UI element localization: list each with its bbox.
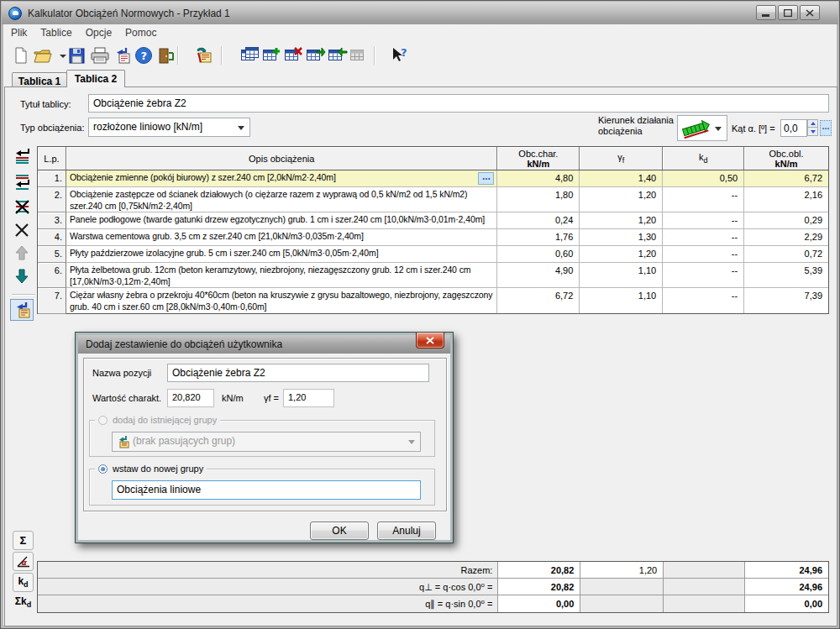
angle-spinner[interactable] (807, 119, 818, 137)
cancel-button[interactable]: Anuluj (377, 522, 436, 540)
row-char-value: 0,24 (497, 212, 580, 228)
row-editor-button[interactable]: ... (478, 172, 494, 185)
table-row[interactable]: 4.Warstwa cementowa grub. 3,5 cm z szer.… (38, 229, 828, 246)
delete-row-icon[interactable] (12, 220, 32, 240)
ok-button[interactable]: OK (310, 522, 369, 540)
exit-icon[interactable] (155, 45, 176, 66)
direction-combo[interactable] (677, 115, 727, 141)
row-description: Ciężar własny żebra o przekroju 40*60cm … (66, 288, 497, 313)
menu-item-pomoc[interactable]: Pomoc (118, 24, 163, 41)
group-combo[interactable]: (brak pasujących grup) (112, 432, 421, 452)
row-kd-value: -- (663, 246, 744, 262)
angle-label: Kąt α. [º] = (732, 123, 775, 134)
sum-button[interactable]: Σ (13, 531, 34, 550)
app-window: Kalkulator Obciążeń Normowych - Przykład… (0, 0, 840, 629)
tab-tablica-2[interactable]: Tablica 2 (66, 70, 125, 87)
table-row[interactable]: 3.Panele podłogowe (twarde gatunki drzew… (38, 212, 828, 229)
header-char: Obc.char.kN/m (497, 147, 580, 170)
chevron-down-icon (408, 440, 415, 444)
load-type-combo[interactable]: rozłożone liniowo [kN/m] (88, 118, 250, 137)
row-description: Płyta żelbetowa grub. 12cm (beton keramz… (66, 263, 497, 287)
table-title-label: Tytuł tablicy: (20, 99, 71, 109)
toolbar-separator (221, 46, 222, 65)
kd-button[interactable]: kd (13, 573, 34, 592)
toolbar: ?? (4, 41, 836, 69)
new-group-box: wstaw do nowej grupy Obciążenia liniowe (89, 469, 435, 506)
menu-bar: PlikTabliceOpcjePomoc (4, 24, 836, 41)
summary-label: q∥ = q·sin 0,0⁰ = (38, 595, 497, 612)
minimize-button[interactable] (756, 5, 776, 20)
row-description: Obciążenie zmienne (pokój biurowy) z sze… (66, 170, 497, 186)
title-bar[interactable]: Kalkulator Obciążeń Normowych - Przykład… (2, 2, 838, 24)
table-row[interactable]: 5.Płyty paździerzowe izolacyjne grub. 5 … (38, 246, 828, 263)
row-gamma-value: 1,20 (580, 246, 663, 262)
add-to-user-loads-button[interactable] (10, 299, 34, 321)
print-icon[interactable] (90, 45, 110, 66)
insert-row-below-icon[interactable] (12, 171, 32, 191)
close-button[interactable] (800, 5, 820, 20)
radio-new-group[interactable] (98, 464, 108, 474)
menu-item-plik[interactable]: Plik (4, 24, 34, 41)
table-row[interactable]: 2.Obciążenie zastępcze od ścianek działo… (38, 187, 828, 212)
toolbar-separator (374, 46, 375, 65)
help-icon[interactable]: ? (134, 45, 154, 66)
maximize-button[interactable] (778, 5, 798, 20)
sum-kd-button[interactable]: Σkd (13, 593, 34, 612)
angle-alpha-button[interactable]: α (13, 552, 34, 571)
next-table-icon[interactable] (306, 45, 326, 66)
menu-item-tablice[interactable]: Tablice (34, 24, 78, 41)
row-kd-value: 0,50 (663, 170, 744, 186)
tab-tablica-1[interactable]: Tablica 1 (12, 72, 67, 87)
chevron-down-icon (715, 127, 722, 131)
delete-table-icon[interactable] (284, 45, 304, 66)
copy-table-icon[interactable] (240, 45, 260, 66)
svg-text:α: α (21, 558, 27, 567)
table-row[interactable]: 7.Ciężar własny żebra o przekroju 40*60c… (38, 288, 828, 313)
move-row-up-icon[interactable] (12, 243, 32, 263)
side-toolbar-separator (12, 294, 35, 295)
move-row-down-icon[interactable] (12, 266, 32, 286)
row-description: Panele podłogowe (twarde gatunki drzew e… (66, 212, 497, 228)
insert-row-above-icon[interactable] (12, 146, 32, 166)
summary-char-value: 20,82 (497, 579, 580, 595)
report-log-icon[interactable] (112, 45, 132, 66)
table-title-input[interactable]: Obciążenie żebra Z2 (88, 94, 829, 113)
context-help-icon[interactable]: ? (389, 45, 409, 66)
add-table-icon[interactable] (262, 45, 282, 66)
load-table: L.p. Opis obciążenia Obc.char.kN/m γf kd… (37, 146, 829, 314)
replace-row-icon[interactable] (12, 197, 32, 217)
dialog-title-bar[interactable]: Dodaj zestawienie do obciążeń użytkownik… (78, 335, 450, 354)
radio-existing-group[interactable] (98, 416, 108, 425)
row-number: 2. (38, 187, 66, 212)
summary-kd-value (663, 579, 744, 595)
new-document-icon[interactable] (11, 45, 31, 66)
prev-table-icon[interactable] (328, 45, 348, 66)
merge-table-disabled-icon[interactable] (349, 45, 370, 66)
existing-group-box: dodaj do istniejącej grupy (brak pasując… (89, 420, 435, 457)
row-gamma-value: 1,40 (580, 170, 663, 186)
row-gamma-value: 1,20 (580, 187, 663, 212)
menu-item-opcje[interactable]: Opcje (79, 24, 118, 41)
gamma-input: 1,20 (283, 389, 334, 407)
row-calc-value: 0,29 (744, 212, 828, 228)
new-group-input[interactable]: Obciążenia liniowe (112, 480, 421, 500)
name-input[interactable]: Obciążenie żebra Z2 (167, 364, 429, 382)
angle-input[interactable]: 0,0 (780, 119, 807, 137)
summary-calc-value: 0,00 (744, 595, 828, 612)
group-book-icon (116, 435, 129, 448)
angle-more-button[interactable]: ... (820, 120, 832, 136)
user-loads-library-icon[interactable] (194, 45, 214, 66)
dialog-close-button[interactable] (416, 333, 444, 349)
open-file-icon[interactable] (33, 45, 53, 66)
summary-gamma-value: 1,20 (580, 562, 663, 578)
table-row[interactable]: 6.Płyta żelbetowa grub. 12cm (beton kera… (38, 263, 828, 288)
save-icon[interactable] (66, 45, 87, 66)
summary-table: Razem:20,821,2024,96q⊥ = q·cos 0,0⁰ =20,… (37, 561, 829, 613)
row-char-value: 4,90 (497, 263, 580, 287)
load-table-body: 1.Obciążenie zmienne (pokój biurowy) z s… (38, 170, 828, 313)
table-row[interactable]: 1.Obciążenie zmienne (pokój biurowy) z s… (38, 170, 828, 187)
summary-gamma-value (580, 595, 663, 612)
summary-kd-value (663, 595, 744, 612)
summary-calc-value: 24,96 (744, 579, 828, 595)
direction-label: Kierunek działaniaobciążenia (598, 115, 674, 137)
